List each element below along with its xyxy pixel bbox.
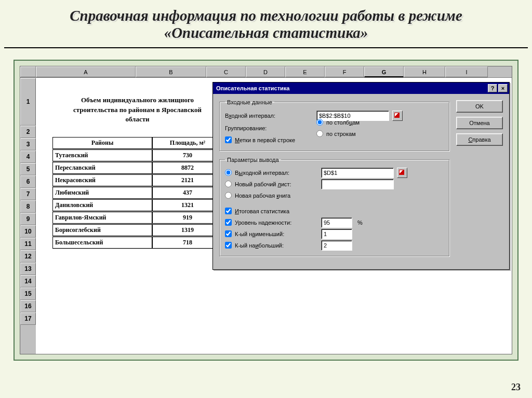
radio-by-rows-input[interactable] <box>316 130 323 137</box>
radio-new-book-input[interactable] <box>225 192 232 199</box>
col-header-g[interactable]: G <box>364 66 404 77</box>
kth-smallest-field[interactable] <box>321 229 352 239</box>
col-header-f[interactable]: F <box>325 66 364 77</box>
slide-title: Справочная информация по технологии рабо… <box>0 0 532 47</box>
new-book-label: Новая рабочая книга <box>235 193 290 199</box>
kth-largest-label: К-ый наибольший: <box>235 242 318 249</box>
col-header-d[interactable]: D <box>246 66 285 77</box>
col-header-i[interactable]: I <box>445 66 488 77</box>
table-cell[interactable]: Гаврилов-Ямский <box>52 212 152 224</box>
input-range-label: Входной интервал: <box>225 113 313 119</box>
table-cell[interactable]: Любимский <box>52 187 152 199</box>
table-cell[interactable]: Борисоглебский <box>52 224 152 236</box>
row-header-2[interactable]: 2 <box>20 126 36 138</box>
input-data-group: Входные данные Входной интервал: Группир… <box>219 99 450 152</box>
radio-by-columns-label: по столбцам <box>326 119 360 126</box>
col-header-a[interactable]: A <box>36 66 136 77</box>
row-header-9[interactable]: 9 <box>20 213 36 225</box>
column-headers: A B C D E F G H I <box>20 66 512 78</box>
row-header-16[interactable]: 16 <box>20 300 36 312</box>
percent-label: % <box>357 219 363 226</box>
checkbox-labels-input[interactable] <box>225 136 232 143</box>
confidence-field[interactable] <box>321 217 352 228</box>
checkbox-labels-label: Метки в первой строке <box>235 137 295 143</box>
grouping-label: Группирование: <box>225 125 313 131</box>
checkbox-kth-smallest-input[interactable] <box>225 230 232 237</box>
row-header-3[interactable]: 3 <box>20 138 36 150</box>
row-header-7[interactable]: 7 <box>20 188 36 200</box>
help-button[interactable]: Справка <box>456 133 503 146</box>
row-header-8[interactable]: 8 <box>20 200 36 213</box>
sheet-title-cell[interactable]: Объем индивидуального жилищного строител… <box>52 90 223 137</box>
radio-output-range-input[interactable] <box>225 169 232 176</box>
table-cell[interactable]: Большесельский <box>52 237 152 249</box>
data-table: Районы Площадь, м² Тутаевский 730 Пересл… <box>52 137 223 249</box>
checkbox-kth-largest[interactable]: К-ый наибольший: <box>225 240 444 251</box>
row-header-14[interactable]: 14 <box>20 275 36 287</box>
radio-by-rows-label: по строкам <box>326 131 356 137</box>
row-header-5[interactable]: 5 <box>20 163 36 175</box>
row-header-6[interactable]: 6 <box>20 175 36 188</box>
row-header-12[interactable]: 12 <box>20 250 36 263</box>
dialog-titlebar[interactable]: Описательная статистика ? × <box>213 83 509 94</box>
row-header-15[interactable]: 15 <box>20 287 36 300</box>
divider <box>4 47 528 48</box>
radio-new-sheet-input[interactable] <box>225 181 232 187</box>
close-icon[interactable]: × <box>498 84 508 92</box>
spreadsheet: A B C D E F G H I 1 2 3 4 5 6 7 8 <box>20 66 512 354</box>
descriptive-statistics-dialog: Описательная статистика ? × Входные данн… <box>212 82 510 270</box>
dialog-title: Описательная статистика <box>216 85 487 91</box>
row-header-17[interactable]: 17 <box>20 312 36 325</box>
table-cell[interactable]: Тутаевский <box>52 149 152 161</box>
output-range-label: Выходной интервал: <box>235 170 318 176</box>
col-header-h[interactable]: H <box>404 66 445 77</box>
kth-largest-field[interactable] <box>321 240 352 251</box>
output-params-group: Параметры вывода Выходной интервал: Новы… <box>219 157 450 257</box>
checkbox-summary-label: Итоговая статистика <box>235 208 289 214</box>
output-range-field[interactable] <box>321 168 394 178</box>
new-sheet-field[interactable] <box>321 179 394 189</box>
table-cell[interactable]: Некрасовский <box>52 174 152 186</box>
checkbox-kth-smallest[interactable]: К-ый наименьший: <box>225 228 444 240</box>
row-header-4[interactable]: 4 <box>20 150 36 163</box>
checkbox-kth-largest-input[interactable] <box>225 242 232 249</box>
checkbox-confidence-input[interactable] <box>225 219 232 226</box>
new-sheet-label: Новый рабочий лист: <box>235 181 318 187</box>
ok-button[interactable]: OK <box>456 100 503 113</box>
table-cell[interactable]: Переславский <box>52 162 152 174</box>
radio-output-range[interactable]: Выходной интервал: <box>225 167 444 179</box>
row-header-1[interactable]: 1 <box>20 78 36 126</box>
row-header-13[interactable]: 13 <box>20 263 36 275</box>
cancel-button[interactable]: Отмена <box>456 117 503 129</box>
checkbox-summary[interactable]: Итоговая статистика <box>225 205 444 217</box>
th-districts[interactable]: Районы <box>52 137 152 149</box>
confidence-label: Уровень надежности: <box>235 219 318 226</box>
checkbox-confidence[interactable]: Уровень надежности: % <box>225 217 444 228</box>
table-cell[interactable]: Даниловский <box>52 199 152 211</box>
select-all-corner[interactable] <box>20 66 36 77</box>
radio-new-book[interactable]: Новая рабочая книга <box>225 190 444 201</box>
range-select-icon[interactable] <box>392 111 403 121</box>
content-frame: A B C D E F G H I 1 2 3 4 5 6 7 8 <box>14 60 518 361</box>
col-header-c[interactable]: C <box>206 66 246 77</box>
row-headers: 1 2 3 4 5 6 7 8 9 10 11 12 13 14 15 16 1 <box>20 78 36 354</box>
help-icon[interactable]: ? <box>488 84 497 92</box>
kth-smallest-label: К-ый наименьший: <box>235 231 318 237</box>
row-header-10[interactable]: 10 <box>20 225 36 238</box>
col-header-b[interactable]: B <box>136 66 206 77</box>
radio-by-rows[interactable]: по строкам <box>316 128 360 140</box>
checkbox-summary-input[interactable] <box>225 208 232 214</box>
radio-new-sheet[interactable]: Новый рабочий лист: <box>225 179 444 190</box>
row-header-11[interactable]: 11 <box>20 238 36 250</box>
radio-by-columns[interactable]: по столбцам <box>316 117 360 128</box>
range-select-icon[interactable] <box>397 168 407 178</box>
col-header-e[interactable]: E <box>285 66 325 77</box>
slide-number: 23 <box>511 382 521 393</box>
input-group-legend: Входные данные <box>225 99 274 105</box>
radio-by-columns-input[interactable] <box>316 119 323 126</box>
output-group-legend: Параметры вывода <box>225 157 281 163</box>
